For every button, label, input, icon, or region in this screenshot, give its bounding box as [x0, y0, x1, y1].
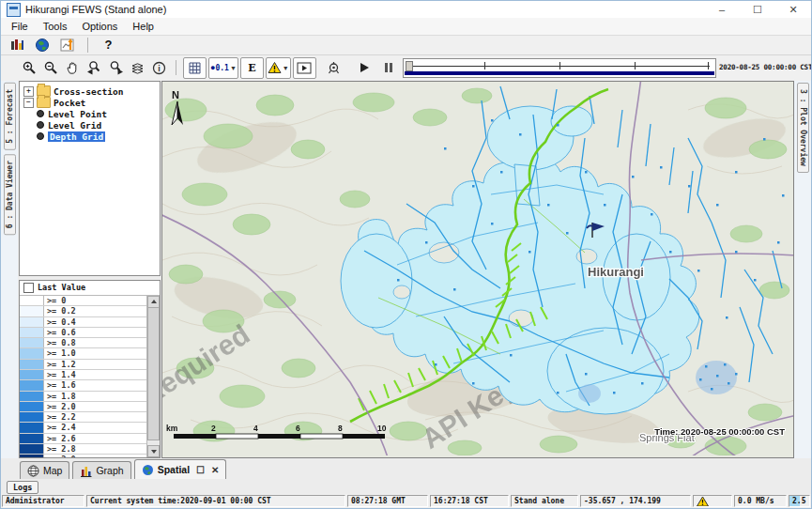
- zoom-next-icon[interactable]: [106, 58, 126, 78]
- triangle-up-icon: [151, 300, 157, 303]
- profile-locate-icon[interactable]: [324, 58, 344, 78]
- title-bar: Hikurangi FEWS (Stand alone) – ☐ ✕: [1, 1, 811, 19]
- collapse-icon[interactable]: −: [23, 98, 34, 108]
- time-slider-range: [405, 71, 714, 75]
- tab-plot-overview[interactable]: 3 : Plot Overview: [797, 83, 809, 173]
- time-slider[interactable]: [403, 58, 716, 78]
- tab-graph-label: Graph: [96, 465, 123, 476]
- legend-swatch: [20, 338, 44, 347]
- menu-tools[interactable]: Tools: [36, 20, 75, 33]
- legend-panel: Last Value >= 0 >= 0.2 >= 0.4 >= 0.6 >= …: [19, 280, 161, 458]
- graph-display-icon[interactable]: [57, 35, 77, 54]
- tab-spatial[interactable]: Spatial ☐ ✕: [134, 459, 227, 479]
- close-button[interactable]: ✕: [775, 1, 811, 18]
- toolbar-separator: [176, 60, 176, 75]
- last-value-checkbox[interactable]: [23, 283, 34, 293]
- last-value-label: Last Value: [38, 283, 85, 292]
- legend-scrollbar[interactable]: [146, 296, 160, 457]
- play-button[interactable]: [355, 58, 375, 78]
- scrollbar-thumb[interactable]: [147, 307, 160, 440]
- legend-row: >= 2.6: [20, 434, 147, 444]
- globe-icon: [142, 464, 154, 476]
- animation-panel-button[interactable]: [293, 57, 316, 79]
- node-bullet-icon: [37, 110, 44, 117]
- triangle-down-icon: [151, 450, 157, 454]
- svg-text:km: km: [166, 424, 178, 433]
- zoom-out-icon[interactable]: [41, 58, 61, 78]
- tree-item-level-point[interactable]: Level Point: [22, 108, 158, 119]
- tree-item-level-grid[interactable]: Level Grid: [22, 119, 158, 131]
- tree-item-label: Level Point: [48, 109, 107, 119]
- legend-header: Last Value: [20, 281, 160, 296]
- tree-item-label: Level Grid: [48, 120, 101, 131]
- tree-item-label: Pocket: [54, 98, 85, 108]
- legend-swatch: [20, 360, 44, 369]
- menu-file[interactable]: File: [4, 20, 36, 33]
- chevron-down-icon: ▼: [230, 65, 237, 71]
- legend-row: >= 2.0: [20, 402, 147, 412]
- zoom-previous-icon[interactable]: [84, 58, 104, 78]
- help-button[interactable]: ?: [99, 35, 118, 54]
- tree-item-pocket[interactable]: − Pocket: [22, 97, 158, 108]
- map-canvas[interactable]: API Key Required API Key Required: [162, 82, 794, 455]
- tree-item-label: Cross-section: [54, 86, 123, 97]
- right-tab-strip: 3 : Plot Overview: [794, 81, 811, 458]
- toolbar-separator: [87, 38, 88, 53]
- grid-display-toggle[interactable]: [183, 57, 207, 79]
- tab-maximize-icon[interactable]: ☐: [196, 465, 205, 475]
- legend-row: >= 0.6: [20, 328, 147, 338]
- logs-button[interactable]: Logs: [7, 481, 38, 494]
- maximize-button[interactable]: ☐: [740, 1, 775, 18]
- legend-row: >= 1.4: [20, 370, 147, 380]
- pause-button[interactable]: [379, 58, 399, 78]
- legend-swatch: [20, 444, 44, 454]
- legend-toggle-button[interactable]: E: [240, 57, 264, 79]
- time-slider-handle[interactable]: [406, 61, 413, 71]
- scroll-down-button[interactable]: [147, 445, 160, 457]
- map-globe-icon[interactable]: [32, 35, 52, 54]
- tab-map[interactable]: Map: [20, 461, 69, 479]
- legend-row: >= 0: [20, 296, 147, 306]
- warning-icon[interactable]: [697, 496, 709, 507]
- tab-map-label: Map: [43, 465, 62, 476]
- tab-close-icon[interactable]: ✕: [211, 465, 219, 475]
- legend-row: >= 0.4: [20, 317, 147, 328]
- wire-globe-icon: [27, 465, 39, 477]
- svg-text:6: 6: [296, 424, 300, 433]
- legend-toggle-label: E: [248, 62, 255, 74]
- zoom-in-icon[interactable]: [20, 58, 39, 78]
- legend-swatch: [20, 317, 44, 327]
- status-mode: Stand alone: [511, 495, 578, 507]
- status-gmt-time: 08:27:18 GMT: [347, 495, 428, 507]
- tree-item-label: Depth Grid: [48, 131, 105, 142]
- legend-list: >= 0 >= 0.2 >= 0.4 >= 0.6 >= 0.8 >= 1.0 …: [20, 296, 147, 457]
- legend-swatch: [20, 423, 44, 432]
- legend-swatch: [20, 392, 44, 401]
- legend-swatch: [20, 434, 44, 443]
- window-title: Hikurangi FEWS (Stand alone): [25, 4, 166, 15]
- class-breaks-dropdown[interactable]: ●0.1▼: [208, 57, 238, 79]
- tree-item-depth-grid[interactable]: Depth Grid: [22, 131, 158, 142]
- app-icon: [7, 3, 21, 17]
- map-view[interactable]: API Key Required API Key Required: [161, 81, 794, 458]
- expand-icon[interactable]: +: [23, 86, 34, 97]
- tab-graph[interactable]: Graph: [72, 461, 130, 479]
- status-memory-label: 2.5 GB: [792, 497, 810, 505]
- layer-tree: + Cross-section − Pocket Level Point Lev…: [19, 81, 161, 276]
- minimize-button[interactable]: –: [704, 1, 740, 18]
- warnings-dropdown[interactable]: ▼: [266, 57, 291, 79]
- main-toolbar: ?: [1, 35, 811, 55]
- menu-help[interactable]: Help: [125, 20, 161, 33]
- svg-text:2: 2: [211, 424, 216, 433]
- menu-options[interactable]: Options: [74, 20, 125, 33]
- tab-data-viewer[interactable]: 6 : Data Viewer: [4, 154, 16, 235]
- svg-text:8: 8: [338, 424, 343, 433]
- legend-swatch: [20, 348, 44, 358]
- pan-hand-icon[interactable]: [63, 58, 83, 78]
- svg-text:N: N: [172, 89, 179, 100]
- tab-forecast[interactable]: 5 : Forecast: [4, 83, 16, 150]
- database-bars-icon[interactable]: [7, 35, 26, 54]
- svg-text:10: 10: [377, 424, 387, 433]
- layers-icon[interactable]: [128, 58, 147, 78]
- info-icon[interactable]: i: [149, 58, 169, 78]
